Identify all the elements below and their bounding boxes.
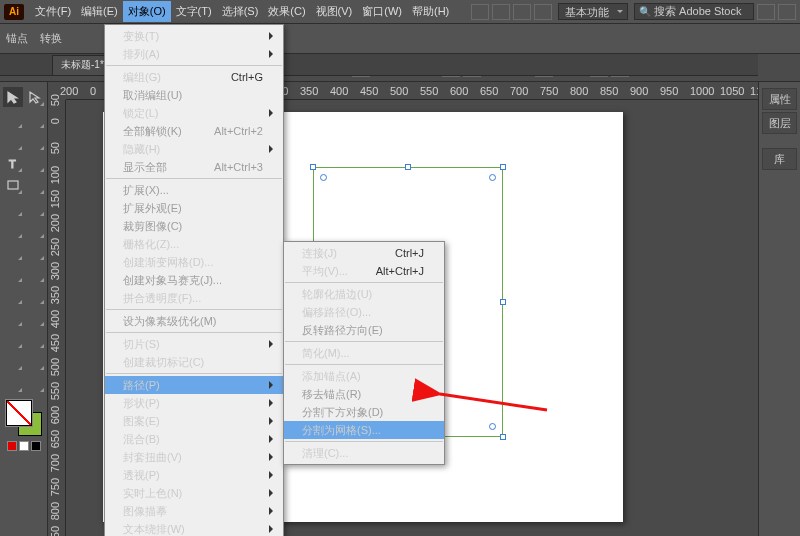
menubar-icon[interactable] xyxy=(513,4,531,20)
app-logo-icon: Ai xyxy=(4,4,24,20)
menubar-icon[interactable] xyxy=(757,4,775,20)
menu-对象[interactable]: 对象(O) xyxy=(123,1,171,22)
menu-item[interactable]: 栅格化(Z)... xyxy=(105,235,283,253)
curvature-tool[interactable] xyxy=(25,131,45,151)
rectangle-tool[interactable] xyxy=(3,175,23,195)
menu-item: 裁剪图像(C) xyxy=(105,217,283,235)
menu-item[interactable]: 图案(E) xyxy=(105,412,283,430)
slice-tool[interactable] xyxy=(25,351,45,371)
scale-tool[interactable] xyxy=(25,219,45,239)
type-tool[interactable]: T xyxy=(3,153,23,173)
svg-line-2 xyxy=(440,394,547,410)
menubar-icon[interactable] xyxy=(534,4,552,20)
menu-item[interactable]: 排列(A) xyxy=(105,45,283,63)
fill-stroke-swatch[interactable] xyxy=(6,400,42,436)
panel-tab-libraries[interactable]: 库 xyxy=(762,148,797,170)
menu-item[interactable]: 编组(G)Ctrl+G xyxy=(105,68,283,86)
eyedropper-tool[interactable] xyxy=(3,307,23,327)
rotate-tool[interactable] xyxy=(3,219,23,239)
menu-item[interactable]: 清理(C)... xyxy=(284,444,444,462)
menu-选择[interactable]: 选择(S) xyxy=(217,1,264,22)
corner-widget-icon[interactable] xyxy=(489,174,496,181)
magic-wand-tool[interactable] xyxy=(3,109,23,129)
menu-item[interactable]: 拼合透明度(F)... xyxy=(105,289,283,307)
menu-item[interactable]: 轮廓化描边(U) xyxy=(284,285,444,303)
menubar-icon[interactable] xyxy=(471,4,489,20)
menu-item[interactable]: 连接(J)Ctrl+J xyxy=(284,244,444,262)
menu-item: 移去锚点(R) xyxy=(284,385,444,403)
panel-tab-layers[interactable]: 图层 xyxy=(762,112,797,134)
menu-文件[interactable]: 文件(F) xyxy=(30,1,76,22)
menu-item[interactable]: 偏移路径(O)... xyxy=(284,303,444,321)
perspective-tool[interactable] xyxy=(25,263,45,283)
menu-item[interactable]: 透视(P) xyxy=(105,466,283,484)
eraser-tool[interactable] xyxy=(25,197,45,217)
paintbrush-tool[interactable] xyxy=(25,175,45,195)
menu-item[interactable]: 文本绕排(W) xyxy=(105,520,283,536)
menu-item[interactable]: 封套扭曲(V) xyxy=(105,448,283,466)
corner-widget-icon[interactable] xyxy=(489,423,496,430)
blend-tool[interactable] xyxy=(25,307,45,327)
menu-item: 全部解锁(K)Alt+Ctrl+2 xyxy=(105,122,283,140)
menu-帮助[interactable]: 帮助(H) xyxy=(407,1,454,22)
menu-item[interactable]: 形状(P) xyxy=(105,394,283,412)
resize-handle[interactable] xyxy=(500,164,506,170)
menu-item[interactable]: 创建裁切标记(C) xyxy=(105,353,283,371)
menu-item: 创建对象马赛克(J)... xyxy=(105,271,283,289)
resize-handle[interactable] xyxy=(405,164,411,170)
resize-handle[interactable] xyxy=(500,299,506,305)
width-tool[interactable] xyxy=(3,241,23,261)
menu-item[interactable]: 添加锚点(A) xyxy=(284,367,444,385)
menu-item[interactable]: 变换(T) xyxy=(105,27,283,45)
pen-tool[interactable] xyxy=(3,131,23,151)
menu-视图[interactable]: 视图(V) xyxy=(311,1,358,22)
menu-item: 反转路径方向(E) xyxy=(284,321,444,339)
menu-item[interactable]: 简化(M)... xyxy=(284,344,444,362)
menu-item[interactable]: 创建渐变网格(D)... xyxy=(105,253,283,271)
screen-mode-tool[interactable] xyxy=(3,457,23,477)
menu-item[interactable]: 路径(P) xyxy=(105,376,283,394)
direct-selection-tool[interactable] xyxy=(25,87,45,107)
menu-文字[interactable]: 文字(T) xyxy=(171,1,217,22)
resize-handle[interactable] xyxy=(310,164,316,170)
free-transform-tool[interactable] xyxy=(25,241,45,261)
draw-mode-tool[interactable] xyxy=(25,457,45,477)
panel-label: 图层 xyxy=(769,116,791,131)
menu-item: 显示全部Alt+Ctrl+3 xyxy=(105,158,283,176)
menu-item[interactable]: 混合(B) xyxy=(105,430,283,448)
stock-search-input[interactable]: 🔍 搜索 Adobe Stock xyxy=(634,3,754,20)
panel-label: 库 xyxy=(774,152,785,167)
line-tool[interactable] xyxy=(25,153,45,173)
zoom-tool[interactable] xyxy=(25,373,45,393)
selection-tool[interactable] xyxy=(3,87,23,107)
mesh-tool[interactable] xyxy=(3,285,23,305)
workspace-dropdown[interactable]: 基本功能 xyxy=(558,3,628,20)
menu-item[interactable]: 平均(V)...Alt+Ctrl+J xyxy=(284,262,444,280)
menu-item[interactable]: 隐藏(H) xyxy=(105,140,283,158)
shape-builder-tool[interactable] xyxy=(3,263,23,283)
svg-rect-1 xyxy=(8,181,18,189)
lasso-tool[interactable] xyxy=(25,109,45,129)
gradient-tool[interactable] xyxy=(25,285,45,305)
graph-tool[interactable] xyxy=(25,329,45,349)
corner-widget-icon[interactable] xyxy=(320,174,327,181)
menu-item: 扩展外观(E) xyxy=(105,199,283,217)
menu-item[interactable]: 分割为网格(S)... xyxy=(284,421,444,439)
resize-handle[interactable] xyxy=(500,434,506,440)
menubar-icon[interactable] xyxy=(492,4,510,20)
menu-编辑[interactable]: 编辑(E) xyxy=(76,1,123,22)
menu-item: 取消编组(U) xyxy=(105,86,283,104)
panel-tab-properties[interactable]: 属性 xyxy=(762,88,797,110)
menu-item[interactable]: 图像描摹 xyxy=(105,502,283,520)
menu-item[interactable]: 锁定(L) xyxy=(105,104,283,122)
menu-窗口[interactable]: 窗口(W) xyxy=(357,1,407,22)
menu-item[interactable]: 实时上色(N) xyxy=(105,484,283,502)
hand-tool[interactable] xyxy=(3,373,23,393)
shaper-tool[interactable] xyxy=(3,197,23,217)
menubar-icon[interactable] xyxy=(778,4,796,20)
menu-效果[interactable]: 效果(C) xyxy=(263,1,310,22)
artboard-tool[interactable] xyxy=(3,351,23,371)
symbol-sprayer-tool[interactable] xyxy=(3,329,23,349)
color-mode-icons[interactable] xyxy=(6,440,42,452)
menu-item[interactable]: 切片(S) xyxy=(105,335,283,353)
